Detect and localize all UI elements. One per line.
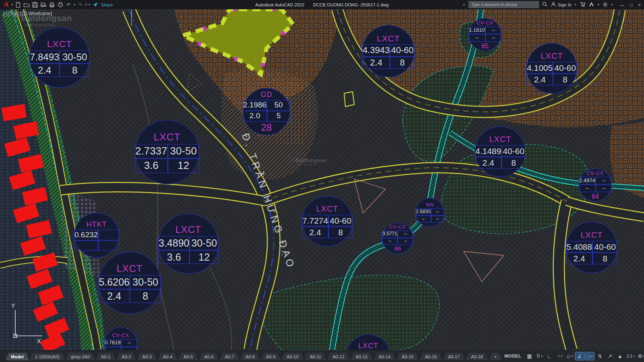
annotation-autoscale-icon[interactable]: ↗ bbox=[605, 352, 614, 360]
layout-tab[interactable]: A0-15 bbox=[396, 353, 419, 360]
minimize-button[interactable]: — bbox=[620, 2, 624, 7]
parcel-label-lxct[interactable]: LXCT 4.100540-602.48 bbox=[526, 51, 577, 86]
layout-tab[interactable]: A0-7 bbox=[220, 353, 239, 360]
viewport-visualstyle-control[interactable]: [2D Wireframe] bbox=[20, 11, 52, 16]
help-caret-icon[interactable]: ▾ bbox=[611, 3, 613, 6]
redo-button[interactable]: ↷ bbox=[76, 1, 84, 8]
osnap-caret-icon[interactable]: ▾ bbox=[591, 354, 592, 358]
share-icon[interactable] bbox=[91, 1, 99, 8]
parcel-cell: 2.4 bbox=[526, 74, 553, 85]
autodesk-caret-icon[interactable]: ▾ bbox=[598, 3, 599, 6]
parcel-cell: 3.5771 bbox=[382, 230, 398, 238]
layout-tab[interactable]: A0-17 bbox=[443, 353, 465, 360]
undo-caret-icon[interactable]: ▾ bbox=[74, 3, 75, 6]
search-input[interactable] bbox=[471, 2, 537, 7]
parcel-cell bbox=[98, 240, 119, 251]
sign-in-button[interactable]: Sign In bbox=[551, 2, 572, 8]
isodraft-caret-icon[interactable]: ▾ bbox=[571, 354, 573, 358]
layout-tab[interactable]: A0-4 bbox=[158, 353, 178, 360]
layout-tab[interactable]: A0-14 bbox=[374, 353, 396, 360]
tab-model[interactable]: Model bbox=[6, 353, 29, 360]
parcel-type: MN bbox=[415, 202, 444, 208]
viewport-view-control[interactable]: [Top] bbox=[8, 11, 19, 16]
open-file-button[interactable] bbox=[23, 1, 30, 8]
share-label[interactable]: Share bbox=[101, 2, 113, 7]
parcel-label-lxct[interactable]: LXCT 7.849330-502.48 bbox=[29, 37, 90, 78]
autodesk-a-icon[interactable] bbox=[588, 1, 594, 8]
publish-button[interactable] bbox=[56, 1, 64, 8]
grid-display-icon[interactable]: ▦ bbox=[525, 352, 534, 360]
parcel-label-lxct[interactable]: LXCT 4.394340-602.48 bbox=[362, 33, 415, 70]
layout-tab[interactable]: A0-13 bbox=[351, 353, 373, 360]
autocad-logo-icon[interactable]: A bbox=[2, 1, 10, 8]
parcel-label-lxct[interactable]: LXCT 4.148940-602.48 bbox=[475, 134, 526, 169]
parcel-label-cvcx[interactable]: CV-CX 2.4974––– 64 bbox=[579, 170, 612, 200]
parcel-label-cvcx[interactable]: CV-CX 3.5771––– 66 bbox=[382, 224, 413, 252]
parcel-label-cvcx[interactable]: CV-CX 0.7619– bbox=[104, 332, 137, 350]
search-icon[interactable] bbox=[542, 1, 548, 8]
layout-tab[interactable]: A0-11 bbox=[305, 353, 327, 360]
parcel-label-lxct[interactable]: LXCT 2.733730-503.612 bbox=[135, 130, 199, 174]
snap-mode-icon[interactable]: ⠿▾ bbox=[535, 352, 544, 360]
parcel-label-htkt[interactable]: HTKT 0.6232 bbox=[74, 220, 119, 251]
maximize-button[interactable]: □ bbox=[630, 2, 633, 7]
layout-tab[interactable]: A0-5 bbox=[178, 353, 198, 360]
annotation-scale-value[interactable]: 1:1▾ bbox=[625, 352, 636, 360]
new-file-button[interactable] bbox=[14, 1, 22, 8]
plot-button[interactable] bbox=[48, 1, 56, 8]
logo-caret-icon[interactable]: ▾ bbox=[11, 3, 13, 6]
viewport-menu-control[interactable]: [-] bbox=[3, 11, 8, 16]
annotation-visibility-icon[interactable]: ↯ bbox=[595, 352, 604, 360]
search-expand-caret-icon[interactable]: ▸ bbox=[464, 3, 465, 6]
parcel-label-lxct[interactable]: LXCT 7.727440-602.48 bbox=[302, 204, 353, 239]
scale-caret-icon[interactable]: ▾ bbox=[633, 354, 635, 358]
parcel-label-gd[interactable]: GD 2.1986502.05 28 bbox=[243, 90, 290, 133]
save-as-button[interactable] bbox=[39, 1, 47, 8]
save-button[interactable] bbox=[31, 1, 39, 8]
layout-tab[interactable]: A0-9 bbox=[261, 353, 281, 360]
layout-tab[interactable]: A0-18 bbox=[466, 353, 488, 360]
polar-tracking-icon[interactable]: ◔▾ bbox=[555, 352, 564, 360]
parcel-label-lxct[interactable]: LXCT 5.620630-502.48 bbox=[99, 262, 161, 304]
parcel-type: CV-CX bbox=[469, 20, 502, 26]
parcel-number: 28 bbox=[243, 122, 290, 133]
annotation-scale-icon[interactable]: ▲ bbox=[615, 352, 624, 360]
workspace-settings-icon[interactable]: ⚙▾ bbox=[637, 352, 644, 360]
document-title: DCCB DUONG DONG -250617-1.dwg bbox=[313, 2, 389, 7]
new-layout-tab-button[interactable]: + bbox=[489, 353, 502, 360]
polar-caret-icon[interactable]: ▾ bbox=[561, 354, 562, 358]
parcel-cell: 5.6206 bbox=[99, 275, 130, 289]
customize-toolbar-caret-icon[interactable]: ▾ bbox=[89, 3, 90, 6]
help-icon[interactable]: ? bbox=[603, 2, 608, 7]
parcel-label-lxct[interactable]: LXCT 3.489030-503.612 bbox=[158, 223, 219, 265]
object-snap-icon[interactable]: □▾ bbox=[585, 352, 594, 360]
model-space-button[interactable]: MODEL bbox=[502, 353, 524, 359]
close-button[interactable]: × bbox=[638, 2, 641, 7]
layout-tab[interactable]: A0-10 bbox=[281, 353, 303, 360]
parcel-label-lxct[interactable]: LXCT 5.408840-602.48 bbox=[566, 230, 617, 265]
layout-tab[interactable]: A0-8 bbox=[240, 353, 260, 360]
ortho-mode-icon[interactable]: ∟ bbox=[545, 352, 554, 360]
layout-tab[interactable]: A0-3 bbox=[137, 353, 157, 360]
layout-tab[interactable]: A0-6 bbox=[199, 353, 219, 360]
redo-caret-icon[interactable]: ▾ bbox=[85, 3, 87, 6]
layout-tab[interactable]: A0-12 bbox=[327, 353, 349, 360]
undo-button[interactable]: ↶ bbox=[65, 1, 72, 8]
layout-tab[interactable]: A0-2 bbox=[116, 353, 136, 360]
isometric-drafting-icon[interactable]: ◇▾ bbox=[565, 352, 574, 360]
layout-tab[interactable]: 1-10000(A0) bbox=[30, 353, 65, 360]
svg-text:Y: Y bbox=[11, 302, 15, 309]
snap-caret-icon[interactable]: ▾ bbox=[541, 354, 543, 358]
layout-tab[interactable]: ghep 2A0 bbox=[66, 353, 95, 360]
parcel-label-lxct[interactable]: LXCT bbox=[346, 341, 391, 350]
object-snap-tracking-icon[interactable]: ∠ bbox=[575, 352, 584, 360]
parcel-label-cvcx[interactable]: CV-CX 1.1810––– 65 bbox=[469, 20, 502, 49]
parcel-cell: 50 bbox=[267, 100, 290, 111]
layout-tab[interactable]: A0-1 bbox=[96, 353, 116, 360]
signin-caret-icon[interactable]: ▾ bbox=[575, 3, 576, 6]
app-store-cart-icon[interactable] bbox=[580, 1, 586, 8]
parcel-type: LXCT bbox=[302, 204, 353, 214]
layout-tab[interactable]: A0-16 bbox=[420, 353, 442, 360]
parcel-label-mn[interactable]: MN 2.5830––– bbox=[415, 202, 444, 223]
drawing-canvas[interactable]: Đ. TRẦN HƯNG ĐẠO X Y [-] [Top] [2D Wiref… bbox=[0, 9, 644, 350]
